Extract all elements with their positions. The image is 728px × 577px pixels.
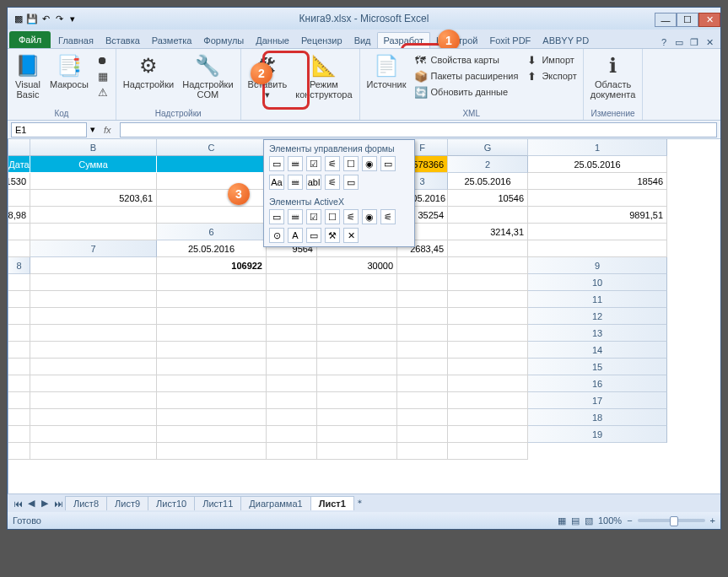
refresh-button[interactable]: 🔄Обновить данные xyxy=(412,84,521,100)
row-header-16[interactable]: 16 xyxy=(528,375,667,392)
row-header-8[interactable]: 8 xyxy=(8,257,30,274)
activex-control-10[interactable]: ⚒ xyxy=(325,228,340,243)
cell-empty[interactable] xyxy=(317,409,397,426)
cell-empty[interactable] xyxy=(30,308,157,325)
record-macro-button[interactable]: ⏺ xyxy=(94,52,112,67)
select-all-corner[interactable] xyxy=(8,139,30,156)
formula-input[interactable] xyxy=(120,122,717,138)
cell-empty[interactable] xyxy=(448,359,528,375)
save-icon[interactable]: 💾 xyxy=(26,13,38,24)
view-layout-icon[interactable]: ▤ xyxy=(571,515,580,526)
col-header-B[interactable]: B xyxy=(30,139,157,156)
activex-control-1[interactable]: ⩸ xyxy=(288,209,303,224)
addins-button[interactable]: ⚙Надстройки xyxy=(120,51,177,91)
cell-empty[interactable] xyxy=(157,375,267,392)
new-sheet-icon[interactable]: ＊ xyxy=(353,497,367,510)
cell-empty[interactable] xyxy=(267,308,317,325)
cell-empty[interactable] xyxy=(448,409,528,426)
xml-source-button[interactable]: 📄Источник xyxy=(364,51,410,91)
zoom-slider[interactable] xyxy=(638,519,705,522)
cell-empty[interactable] xyxy=(317,291,397,308)
cell-b1[interactable]: Дата xyxy=(8,156,30,173)
cell-empty[interactable] xyxy=(448,291,528,308)
cell-empty[interactable] xyxy=(317,359,397,375)
cell-empty[interactable] xyxy=(30,409,157,426)
row-header-1[interactable]: 1 xyxy=(528,139,667,156)
cell-d5[interactable] xyxy=(448,207,528,224)
form-control-2[interactable]: ☑ xyxy=(306,156,321,171)
activex-control-8[interactable]: A xyxy=(288,228,303,243)
cell-empty[interactable] xyxy=(157,308,267,325)
cell-empty[interactable] xyxy=(397,392,448,409)
map-props-button[interactable]: 🗺Свойства карты xyxy=(412,52,521,67)
row-header-6[interactable]: 6 xyxy=(157,224,267,240)
cell-f3[interactable] xyxy=(157,190,267,207)
cell-empty[interactable] xyxy=(157,342,267,359)
zoom-level[interactable]: 100% xyxy=(598,515,622,526)
tab-review[interactable]: Рецензир xyxy=(295,33,348,48)
cell-c1[interactable]: Сумма xyxy=(30,156,157,173)
tab-abbyy[interactable]: ABBYY PD xyxy=(537,33,595,48)
cell-empty[interactable] xyxy=(157,274,267,291)
cell-empty[interactable] xyxy=(30,426,157,443)
cell-f7[interactable] xyxy=(448,240,528,257)
sheet-tab-diagram[interactable]: Диаграмма1 xyxy=(240,496,310,510)
form-control-3[interactable]: ⚟ xyxy=(325,156,340,171)
activex-control-7[interactable]: ⊙ xyxy=(269,228,284,243)
cell-empty[interactable] xyxy=(267,426,317,443)
cell-empty[interactable] xyxy=(30,325,157,342)
redo-icon[interactable]: ↷ xyxy=(53,13,65,24)
cell-empty[interactable] xyxy=(448,274,528,291)
cell-empty[interactable] xyxy=(317,392,397,409)
undo-icon[interactable]: ↶ xyxy=(40,13,51,24)
sheet-nav-next[interactable]: ▶ xyxy=(38,497,51,510)
cell-empty[interactable] xyxy=(267,375,317,392)
cell-empty[interactable] xyxy=(267,409,317,426)
ribbon-min-icon[interactable]: ▭ xyxy=(673,36,685,48)
cell-e6[interactable]: 3214,31 xyxy=(448,224,528,240)
row-header-17[interactable]: 17 xyxy=(528,392,667,409)
tab-formulas[interactable]: Формулы xyxy=(197,33,250,48)
cell-empty[interactable] xyxy=(267,342,317,359)
name-box[interactable]: E1 xyxy=(11,122,87,138)
cell-empty[interactable] xyxy=(30,359,157,375)
row-header-11[interactable]: 11 xyxy=(528,291,667,308)
cell-empty[interactable] xyxy=(8,274,30,291)
cell-c8[interactable]: 106922 xyxy=(157,257,267,274)
row-header-10[interactable]: 10 xyxy=(528,274,667,291)
cell-empty[interactable] xyxy=(397,426,448,443)
view-normal-icon[interactable]: ▦ xyxy=(558,515,566,526)
cell-empty[interactable] xyxy=(267,325,317,342)
cell-c3[interactable]: 18546 xyxy=(528,173,667,190)
cell-empty[interactable] xyxy=(448,342,528,359)
form-control-9[interactable]: abl xyxy=(306,175,321,190)
cell-empty[interactable] xyxy=(397,443,448,460)
minimize-button[interactable]: — xyxy=(655,13,677,27)
sheet-tab-8[interactable]: Лист8 xyxy=(65,496,107,510)
cell-empty[interactable] xyxy=(397,375,448,392)
cell-c4[interactable]: 10546 xyxy=(448,190,528,207)
cell-empty[interactable] xyxy=(397,308,448,325)
cell-empty[interactable] xyxy=(30,291,157,308)
form-control-1[interactable]: ⩸ xyxy=(288,156,303,171)
form-control-4[interactable]: ☐ xyxy=(343,156,359,171)
tab-foxit[interactable]: Foxit PDF xyxy=(483,33,537,48)
tab-view[interactable]: Вид xyxy=(348,33,377,48)
tab-developer[interactable]: Разработ xyxy=(377,32,430,48)
cell-d3[interactable] xyxy=(8,190,30,207)
cell-b3[interactable]: 25.05.2016 xyxy=(448,173,528,190)
cell-b8[interactable] xyxy=(30,257,157,274)
activex-control-11[interactable]: ✕ xyxy=(343,228,359,243)
cell-empty[interactable] xyxy=(8,426,30,443)
cell-g4[interactable] xyxy=(157,207,267,224)
zoom-in-button[interactable]: + xyxy=(710,515,715,526)
cell-g8[interactable] xyxy=(448,257,528,274)
cell-empty[interactable] xyxy=(30,274,157,291)
row-header-15[interactable]: 15 xyxy=(528,359,667,375)
cell-empty[interactable] xyxy=(8,375,30,392)
form-control-0[interactable]: ▭ xyxy=(269,156,284,171)
cell-empty[interactable] xyxy=(30,342,157,359)
cell-f8[interactable] xyxy=(397,257,448,274)
row-header-19[interactable]: 19 xyxy=(528,426,667,443)
export-button[interactable]: ⬆Экспорт xyxy=(522,68,579,84)
